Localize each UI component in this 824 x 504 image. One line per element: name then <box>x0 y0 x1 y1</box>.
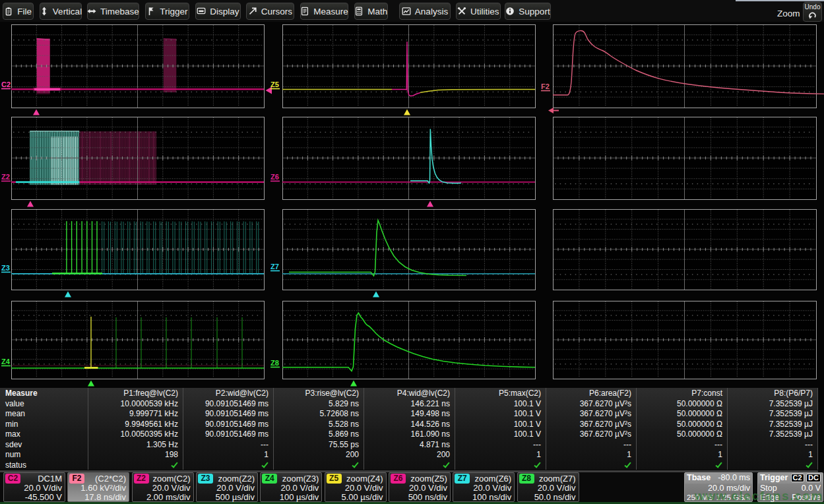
svg-text:Z4: Z4 <box>1 358 11 365</box>
svg-text:Z5: Z5 <box>270 80 279 88</box>
svg-text:Z3: Z3 <box>1 264 10 272</box>
svg-text:C2: C2 <box>1 80 11 88</box>
svg-text:Z8: Z8 <box>270 359 279 367</box>
svg-text:F2: F2 <box>541 82 550 90</box>
svg-text:Z6: Z6 <box>270 173 279 181</box>
svg-text:Z2: Z2 <box>1 173 10 181</box>
svg-text:Z7: Z7 <box>270 263 279 270</box>
